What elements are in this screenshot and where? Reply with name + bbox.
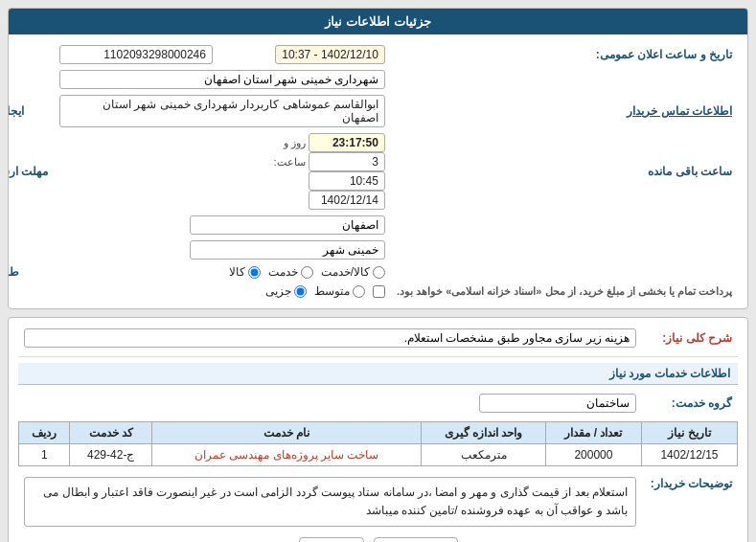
subsection-header: اطلاعات خدمات مورد نیاز <box>18 363 738 385</box>
label-creator-link: اطلاعات تماس خریدار <box>391 92 738 130</box>
group-table: گروه خدمت: <box>18 391 738 416</box>
city-input <box>190 240 385 260</box>
contact-link[interactable]: اطلاعات تماس خریدار <box>627 104 732 118</box>
label-buyer <box>391 67 738 92</box>
radio-service: خدمت <box>268 265 313 279</box>
group-input <box>479 394 636 413</box>
notes-table: توضیحات خریدار: استعلام بعد از قیمت گذار… <box>18 474 738 530</box>
label-buyer-device: نام دستگاه خریدار: <box>8 67 54 92</box>
radio-minor-label: جزیی <box>265 284 291 298</box>
radio-service-label: خدمت <box>268 265 298 279</box>
value-group <box>18 391 642 416</box>
notes-box: استعلام بعد از قیمت گذاری و مهر و امضا ،… <box>24 477 636 527</box>
cell-date: 1402/12/15 <box>641 444 737 466</box>
cell-unit: مترمکعب <box>422 444 546 466</box>
value-notes: استعلام بعد از قیمت گذاری و مهر و امضا ،… <box>18 474 642 530</box>
main-card: جزئیات اطلاعات نیاز تاریخ و ساعت اعلان ع… <box>8 8 748 309</box>
value-remaining: 23:17:50 روز و 3 ساعت: 10:45 1402/12/14 <box>257 130 391 213</box>
label-process: نوع فرآیند خرید : <box>8 282 54 301</box>
value-need-number: 1102093298000246 <box>54 42 218 67</box>
date-time-value: 1402/12/10 - 10:37 <box>275 45 385 64</box>
radio-medium-label: متوسط <box>314 284 350 298</box>
card-header: جزئیات اطلاعات نیاز <box>9 9 747 34</box>
days-value: 3 <box>309 152 385 171</box>
label-category: طبقه بندی موضوعی: <box>8 262 54 282</box>
cell-service: ساخت سایر پروژه‌های مهندسی عمران <box>151 444 421 466</box>
radio-goods-service-input[interactable] <box>373 266 385 279</box>
label-deadline: مهلت ارسال پاسخ تا تاریخ: <box>8 130 54 213</box>
radio-service-goods: کالا/خدمت <box>321 265 385 279</box>
value-description <box>18 326 642 350</box>
process-radio-group: متوسط جزیی <box>59 284 385 298</box>
back-button[interactable]: بازگشت <box>374 537 458 542</box>
button-row: بازگشت چاپ <box>18 537 738 542</box>
service-card-body: شرح کلی نیاز: اطلاعات خدمات مورد نیاز گر… <box>9 318 747 542</box>
radio-service-input[interactable] <box>301 266 313 279</box>
print-button[interactable]: چاپ <box>299 537 364 542</box>
col-code: کد خدمت <box>70 422 151 444</box>
col-unit: واحد اندازه گیری <box>422 422 546 444</box>
label-group: گروه خدمت: <box>642 391 738 416</box>
label-creator: ایجاد کننده درخواست: <box>8 92 54 130</box>
radio-goods: کالا <box>229 265 261 279</box>
radio-goods-input[interactable] <box>248 266 261 279</box>
label-notes: توضیحات خریدار: <box>642 474 738 530</box>
radio-goods-label: کالا <box>229 265 245 279</box>
service-card: شرح کلی نیاز: اطلاعات خدمات مورد نیاز گر… <box>8 317 748 542</box>
card-body: تاریخ و ساعت اعلان عمومی: 1402/12/10 - 1… <box>9 34 747 308</box>
radio-medium: متوسط <box>314 284 365 298</box>
province-input <box>190 215 385 235</box>
label-date-time: تاریخ و ساعت اعلان عمومی: <box>391 42 738 67</box>
cell-code: ج-42-429 <box>70 444 151 466</box>
process-note-text: پرداخت تمام یا بخشی از مبلغ خرید، از محل… <box>397 285 732 297</box>
col-index: ردیف <box>19 422 70 444</box>
time-value: 10:45 <box>309 171 385 191</box>
label-category-empty <box>391 262 738 282</box>
divider-1 <box>18 356 738 357</box>
value-category: کالا/خدمت خدمت کالا <box>54 262 391 282</box>
main-container: جزئیات اطلاعات نیاز تاریخ و ساعت اعلان ع… <box>0 0 756 542</box>
label-description: شرح کلی نیاز: <box>642 326 738 350</box>
label-deadline-remaining: ساعت باقی مانده <box>391 130 738 213</box>
description-input <box>24 328 636 348</box>
label-process-note: پرداخت تمام یا بخشی از مبلغ خرید، از محل… <box>391 282 738 301</box>
value-process: متوسط جزیی <box>54 282 391 301</box>
creator-value: ابوالقاسم عموشاهی کاربردار شهرداری خمینی… <box>59 95 385 127</box>
remaining-time: 23:17:50 <box>309 133 385 152</box>
date-value: 1402/12/14 <box>309 191 385 210</box>
service-info-table: شرح کلی نیاز: <box>18 326 738 350</box>
cell-index: 1 <box>19 444 70 466</box>
value-creator: ابوالقاسم عموشاهی کاربردار شهرداری خمینی… <box>54 92 391 130</box>
col-date: تاریخ نیاز <box>641 422 737 444</box>
info-table-row1: تاریخ و ساعت اعلان عمومی: 1402/12/10 - 1… <box>8 42 738 301</box>
col-service: نام خدمت <box>151 422 421 444</box>
buyer-input <box>59 70 385 89</box>
label-need-number: شماره نیاز: <box>8 42 54 67</box>
label-city: شهر محل تحویل: <box>8 237 54 262</box>
radio-medium-input[interactable] <box>353 285 365 298</box>
radio-minor: جزیی <box>265 284 307 298</box>
label-city-empty <box>391 237 738 262</box>
services-table: تاریخ نیاز تعداد / مقدار واحد اندازه گیر… <box>18 421 738 466</box>
radio-minor-input[interactable] <box>294 285 307 298</box>
label-province: استان محل تحویل: <box>8 213 54 237</box>
label-province-empty <box>391 213 738 237</box>
value-city <box>54 237 391 262</box>
table-row: 1402/12/15 200000 مترمکعب ساخت سایر پروژ… <box>19 444 738 466</box>
category-radio-group: کالا/خدمت خدمت کالا <box>59 265 385 279</box>
value-buyer <box>54 67 391 92</box>
radio-goods-service-label: کالا/خدمت <box>321 265 370 279</box>
col-quantity: تعداد / مقدار <box>545 422 641 444</box>
need-number-box: 1102093298000246 <box>59 45 213 64</box>
value-deadline-label <box>54 130 218 213</box>
value-date-time: 1402/12/10 - 10:37 <box>257 42 391 67</box>
value-province <box>54 213 391 237</box>
cell-quantity: 200000 <box>545 444 641 466</box>
page-title: جزئیات اطلاعات نیاز <box>325 14 430 29</box>
process-checkbox[interactable] <box>373 285 385 298</box>
